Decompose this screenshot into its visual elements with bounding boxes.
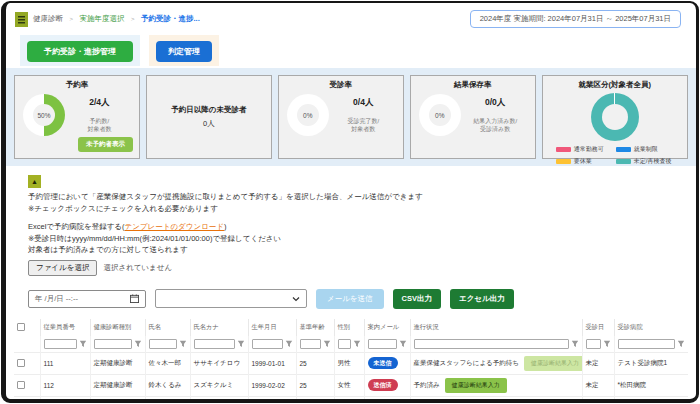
result-entry-button[interactable]: 健康診断結果入力 bbox=[445, 378, 507, 393]
filter-funnel-icon[interactable] bbox=[134, 340, 142, 348]
progress-status-text: 予約済み bbox=[414, 403, 440, 404]
cell-name: 佐々木一郎 bbox=[145, 352, 190, 374]
reservation-sub-1: 予約数/ bbox=[90, 118, 110, 124]
progress-status-text: 予約済み bbox=[414, 381, 440, 390]
card-title: 予約率 bbox=[20, 80, 134, 90]
notice-line-2: ※チェックボックスにチェックを入れる必要があります bbox=[28, 204, 696, 214]
csv-export-button[interactable]: CSV出力 bbox=[393, 289, 441, 309]
datetime-placeholder: 年 /月/日 --:-- bbox=[35, 294, 78, 304]
no-visit-count: 0人 bbox=[203, 119, 215, 129]
legend-swatch-undecided bbox=[616, 159, 631, 164]
filter-funnel-icon[interactable] bbox=[571, 340, 579, 348]
visit-count: 0/4人 bbox=[353, 97, 373, 109]
excel-export-button[interactable]: エクセル出力 bbox=[450, 289, 514, 309]
template-download-link[interactable]: テンプレートのダウンロード bbox=[125, 222, 224, 231]
filter-funnel-icon[interactable] bbox=[603, 340, 611, 348]
card-title: 受診率 bbox=[284, 80, 398, 90]
cell-name: 鈴木くるみ bbox=[145, 374, 190, 396]
filter-funnel-icon[interactable] bbox=[677, 340, 685, 348]
visit-sub-1: 受診完了数/ bbox=[347, 118, 379, 124]
show-unreserved-button[interactable]: 未予約者表示 bbox=[78, 137, 133, 152]
result-count: 0/0人 bbox=[485, 97, 505, 109]
filter-funnel-icon[interactable] bbox=[285, 340, 293, 348]
card-visit-rate: 受診率 0% 0/4人 受診完了数/ 対象者数 bbox=[278, 75, 404, 159]
cell-type: 定期健康診断 bbox=[90, 396, 145, 403]
cell-emp-no: 111 bbox=[40, 352, 90, 374]
filter-input[interactable] bbox=[300, 339, 321, 349]
no-visit-title: 予約日以降の未受診者 bbox=[171, 105, 246, 115]
card-work-classification: 就業区分(対象者全員) 通常勤務可 就業制限 要休業 未定/再検査後 bbox=[542, 75, 688, 159]
row-checkbox[interactable] bbox=[17, 381, 25, 389]
col-header-birth: 生年月日 bbox=[248, 319, 296, 336]
result-entry-button[interactable]: 健康診断結果入力 bbox=[524, 356, 582, 371]
card-no-visit: 予約日以降の未受診者 0人 bbox=[146, 75, 272, 159]
mail-status-badge: 送信済 bbox=[368, 401, 398, 403]
filter-input[interactable] bbox=[149, 339, 177, 349]
file-select-button[interactable]: ファイルを選択 bbox=[28, 260, 97, 276]
result-sub-1: 結果入力済み数/ bbox=[473, 118, 517, 124]
result-entry-button[interactable]: 健康診断結果入力 bbox=[445, 400, 507, 404]
warning-triangle-icon: ▲ bbox=[28, 175, 41, 188]
table-row: 111 定期健康診断 佐々木一郎 ササキイチロウ 1999-01-01 25 男… bbox=[14, 352, 688, 374]
filter-input[interactable] bbox=[94, 339, 132, 349]
table-row: 112 定期健康診断 鈴木くるみ スズキクルミ 1999-02-02 25 女性… bbox=[14, 374, 688, 396]
tab-judgement[interactable]: 判定管理 bbox=[149, 35, 219, 66]
mail-status-badge: 未送信 bbox=[368, 357, 398, 369]
reservation-progress-button[interactable]: 予約受診・進捗管理 bbox=[27, 41, 133, 62]
filter-input[interactable] bbox=[338, 339, 351, 349]
cell-type: 定期健康診断 bbox=[90, 352, 145, 374]
col-header-hospital: 受診病院 bbox=[614, 319, 688, 336]
filter-funnel-icon[interactable] bbox=[353, 340, 361, 348]
col-header-type: 健康診断種別 bbox=[90, 319, 145, 336]
breadcrumb-item-health-check[interactable]: 健康診断 bbox=[33, 14, 63, 24]
filter-input[interactable] bbox=[368, 339, 397, 349]
card-title: 結果保存率 bbox=[416, 80, 530, 90]
cell-hospital: *松田病院 bbox=[614, 374, 688, 396]
col-header-name: 氏名 bbox=[145, 319, 190, 336]
tab-reservation-progress[interactable]: 予約受診・進捗管理 bbox=[20, 35, 140, 66]
table-header-row: 従業員番号 健康診断種別 氏名 氏名カナ 生年月日 基準年齢 性別 案内メール … bbox=[14, 319, 688, 336]
filter-funnel-icon[interactable] bbox=[179, 340, 187, 348]
legend-swatch-normal bbox=[556, 147, 571, 152]
legend-swatch-leave bbox=[556, 159, 571, 164]
calendar-icon[interactable] bbox=[130, 294, 139, 303]
filter-input[interactable] bbox=[586, 339, 601, 349]
send-mail-button[interactable]: メールを送信 bbox=[316, 289, 384, 309]
mail-status-badge: 送信済 bbox=[368, 379, 398, 391]
filter-funnel-icon[interactable] bbox=[323, 340, 331, 348]
filter-input[interactable] bbox=[44, 339, 77, 349]
controls-row: 年 /月/日 --:-- メールを送信 CSV出力 エクセル出力 bbox=[28, 289, 696, 309]
select-all-checkbox[interactable] bbox=[17, 323, 25, 331]
filter-funnel-icon[interactable] bbox=[237, 340, 245, 348]
donut-percent-label: 50% bbox=[37, 112, 50, 119]
hamburger-menu-icon[interactable] bbox=[15, 12, 28, 27]
row-checkbox[interactable] bbox=[17, 359, 25, 367]
tab-bar: 予約受診・進捗管理 判定管理 bbox=[6, 31, 696, 66]
filter-funnel-icon[interactable] bbox=[399, 340, 407, 348]
breadcrumb-item-current: 予約受診・進捗... bbox=[141, 14, 200, 24]
excel-line-prefix: Excelで予約病院を登録する( bbox=[28, 222, 125, 231]
card-result-save-rate: 結果保存率 0% 0/0人 結果入力済み数/ 受診済み数 bbox=[410, 75, 536, 159]
breadcrumb-item-year-select[interactable]: 実施年度選択 bbox=[80, 14, 125, 24]
judgement-button[interactable]: 判定管理 bbox=[156, 41, 212, 62]
filter-input[interactable] bbox=[194, 339, 235, 349]
filter-input[interactable] bbox=[252, 339, 283, 349]
donut-percent-label: 0% bbox=[435, 112, 444, 119]
filter-input[interactable] bbox=[618, 339, 676, 349]
fiscal-period-box: 2024年度 実施期間: 2024年07月31日 ～ 2025年07月31日 bbox=[470, 10, 681, 28]
datetime-input[interactable]: 年 /月/日 --:-- bbox=[28, 290, 146, 308]
notice-line-4: 対象者は予約済みまでの方に対して送られます bbox=[28, 245, 696, 255]
excel-register-line: Excelで予約病院を登録する(テンプレートのダウンロード) bbox=[28, 222, 696, 232]
reservation-count: 2/4人 bbox=[89, 97, 109, 109]
cell-hospital: *本間病院健診センター bbox=[614, 396, 688, 403]
filter-input[interactable] bbox=[414, 339, 569, 349]
cell-hospital: テスト受診病院1 bbox=[614, 352, 688, 374]
legend-label: 就業制限 bbox=[634, 145, 658, 154]
col-header-visit-date: 受診日 bbox=[582, 319, 614, 336]
col-header-status: 進行状況 bbox=[410, 319, 582, 336]
col-header-gender: 性別 bbox=[334, 319, 364, 336]
col-header-emp-no: 従業員番号 bbox=[40, 319, 90, 336]
filter-funnel-icon[interactable] bbox=[79, 340, 87, 348]
hospital-select-dropdown[interactable] bbox=[155, 289, 307, 308]
donut-percent-label: 0% bbox=[303, 112, 312, 119]
